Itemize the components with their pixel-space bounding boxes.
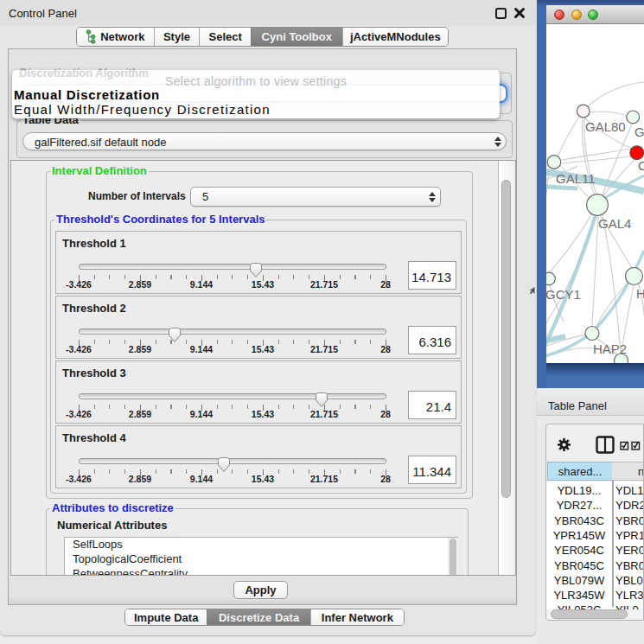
- svg-text:GCY1: GCY1: [546, 287, 581, 302]
- svg-text:C: C: [638, 158, 644, 173]
- svg-text:H: H: [636, 286, 644, 301]
- svg-text:GAL4: GAL4: [598, 216, 631, 231]
- svg-text:GAL11: GAL11: [556, 171, 596, 186]
- svg-text:GA: GA: [634, 124, 644, 139]
- svg-text:GAL80: GAL80: [585, 119, 626, 134]
- svg-text:HAP2: HAP2: [593, 341, 627, 356]
